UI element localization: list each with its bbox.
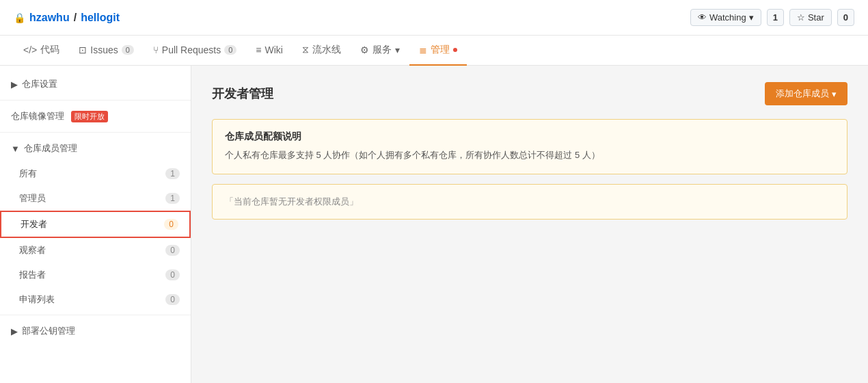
dropdown-icon: ▾ bbox=[832, 89, 837, 99]
info-box-title: 仓库成员配额说明 bbox=[225, 131, 835, 143]
header-actions: 👁 Watching ▾ 1 ☆ Star 0 bbox=[690, 9, 854, 26]
sidebar-admin-label: 管理员 bbox=[19, 192, 46, 204]
content-area: 开发者管理 添加仓库成员 ▾ 仓库成员配额说明 个人私有仓库最多支持 5 人协作… bbox=[191, 66, 868, 383]
info-box-text: 个人私有仓库最多支持 5 人协作（如个人拥有多个私有仓库，所有协作人数总计不得超… bbox=[225, 148, 835, 163]
pr-icon: ⑂ bbox=[153, 44, 159, 55]
empty-box-text: 「当前仓库暂无开发者权限成员」 bbox=[225, 196, 835, 208]
main-layout: ▶ 仓库设置 仓库镜像管理 限时开放 ▼ 仓库成员管理 所有 1 管理员 1 开… bbox=[0, 66, 868, 383]
sidebar-section-repo-settings[interactable]: ▶ 仓库设置 bbox=[0, 71, 191, 97]
add-member-label: 添加仓库成员 bbox=[776, 88, 829, 100]
sidebar-deploy-key-label: 部署公钥管理 bbox=[22, 325, 75, 337]
info-box: 仓库成员配额说明 个人私有仓库最多支持 5 人协作（如个人拥有多个私有仓库，所有… bbox=[212, 119, 847, 174]
temp-badge: 限时开放 bbox=[71, 111, 108, 122]
eye-icon: 👁 bbox=[698, 12, 707, 23]
sidebar-item-apply[interactable]: 申请列表 0 bbox=[0, 287, 191, 312]
manage-icon: ≣ bbox=[419, 44, 427, 55]
sidebar-section-mirror[interactable]: 仓库镜像管理 限时开放 bbox=[0, 103, 191, 129]
sidebar-admin-count: 1 bbox=[165, 193, 180, 204]
sidebar-all-label: 所有 bbox=[19, 168, 37, 180]
add-member-button[interactable]: 添加仓库成员 ▾ bbox=[765, 82, 847, 105]
chevron-down-icon: ▾ bbox=[749, 12, 754, 23]
content-header: 开发者管理 添加仓库成员 ▾ bbox=[212, 82, 847, 105]
pipeline-icon: ⧖ bbox=[302, 44, 309, 55]
tab-pipeline[interactable]: ⧖ 流水线 bbox=[293, 36, 351, 66]
repo-name-link[interactable]: hellogit bbox=[81, 12, 120, 24]
sidebar-section-members[interactable]: ▼ 仓库成员管理 bbox=[0, 135, 191, 161]
sidebar-divider-1 bbox=[0, 100, 191, 101]
sidebar-apply-count: 0 bbox=[165, 294, 180, 305]
tab-pr-label: Pull Requests bbox=[162, 44, 221, 55]
tab-issues-label: Issues bbox=[90, 44, 118, 55]
sidebar-item-all[interactable]: 所有 1 bbox=[0, 161, 191, 186]
star-icon: ☆ bbox=[797, 12, 805, 23]
star-label: Star bbox=[808, 12, 824, 23]
wiki-icon: ≡ bbox=[256, 44, 261, 55]
sidebar-section-deploy-key[interactable]: ▶ 部署公钥管理 bbox=[0, 318, 191, 344]
tab-services[interactable]: ⚙ 服务 ▾ bbox=[351, 36, 409, 66]
tab-code-label: 代码 bbox=[40, 44, 59, 56]
arrow-right-icon: ▶ bbox=[11, 79, 18, 90]
sidebar-apply-label: 申请列表 bbox=[19, 293, 55, 306]
tab-issues[interactable]: ⊡ Issues 0 bbox=[69, 36, 144, 65]
tab-services-label: 服务 bbox=[372, 44, 392, 56]
repo-title: 🔒 hzawhu / hellogit bbox=[14, 12, 120, 24]
sidebar-developer-count: 0 bbox=[164, 219, 178, 230]
sidebar-reporter-count: 0 bbox=[165, 269, 180, 280]
sidebar-repo-settings-label: 仓库设置 bbox=[22, 78, 57, 90]
star-button[interactable]: ☆ Star bbox=[789, 9, 832, 26]
top-header: 🔒 hzawhu / hellogit 👁 Watching ▾ 1 ☆ Sta… bbox=[0, 0, 868, 36]
issues-icon: ⊡ bbox=[79, 44, 87, 55]
sidebar-divider-2 bbox=[0, 132, 191, 133]
sidebar-item-reporter[interactable]: 报告者 0 bbox=[0, 263, 191, 287]
nav-tabs: </> 代码 ⊡ Issues 0 ⑂ Pull Requests 0 ≡ Wi… bbox=[0, 36, 868, 66]
sidebar-developer-label: 开发者 bbox=[21, 218, 47, 230]
services-dropdown-icon: ▾ bbox=[395, 44, 400, 55]
sidebar-all-count: 1 bbox=[165, 168, 180, 179]
empty-box: 「当前仓库暂无开发者权限成员」 bbox=[212, 184, 847, 220]
star-count: 0 bbox=[837, 9, 854, 26]
pr-badge: 0 bbox=[224, 45, 236, 55]
sidebar-observer-label: 观察者 bbox=[19, 244, 46, 256]
tab-manage-label: 管理 bbox=[431, 44, 450, 56]
arrow-down-icon: ▼ bbox=[11, 144, 20, 154]
services-icon: ⚙ bbox=[360, 44, 369, 55]
sidebar-divider-3 bbox=[0, 315, 191, 315]
code-icon: </> bbox=[23, 44, 37, 55]
tab-wiki[interactable]: ≡ Wiki bbox=[246, 36, 293, 65]
sidebar-item-developer[interactable]: 开发者 0 bbox=[0, 211, 191, 238]
watch-button[interactable]: 👁 Watching ▾ bbox=[690, 9, 761, 26]
sidebar-mirror-label: 仓库镜像管理 bbox=[11, 110, 64, 122]
manage-dot bbox=[453, 48, 457, 52]
tab-code[interactable]: </> 代码 bbox=[14, 36, 69, 66]
watch-label: Watching bbox=[709, 12, 746, 23]
lock-icon: 🔒 bbox=[14, 12, 25, 23]
repo-separator: / bbox=[74, 12, 77, 24]
page-title: 开发者管理 bbox=[212, 85, 273, 102]
arrow-right-icon-2: ▶ bbox=[11, 326, 18, 336]
sidebar: ▶ 仓库设置 仓库镜像管理 限时开放 ▼ 仓库成员管理 所有 1 管理员 1 开… bbox=[0, 66, 191, 383]
issues-badge: 0 bbox=[122, 45, 134, 55]
sidebar-reporter-label: 报告者 bbox=[19, 269, 46, 281]
repo-owner-link[interactable]: hzawhu bbox=[29, 12, 70, 24]
sidebar-observer-count: 0 bbox=[165, 245, 180, 256]
tab-pipeline-label: 流水线 bbox=[312, 44, 341, 56]
sidebar-members-label: 仓库成员管理 bbox=[24, 142, 77, 155]
tab-wiki-label: Wiki bbox=[265, 44, 283, 55]
sidebar-item-admin[interactable]: 管理员 1 bbox=[0, 186, 191, 211]
watch-count: 1 bbox=[767, 9, 784, 26]
tab-manage[interactable]: ≣ 管理 bbox=[409, 36, 467, 66]
tab-pullrequests[interactable]: ⑂ Pull Requests 0 bbox=[144, 36, 247, 65]
sidebar-item-observer[interactable]: 观察者 0 bbox=[0, 238, 191, 263]
